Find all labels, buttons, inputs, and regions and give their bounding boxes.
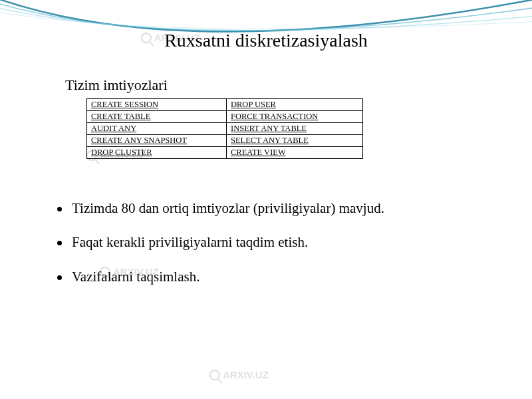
privilege-cell: AUDIT ANY	[87, 123, 227, 135]
privilege-cell: CREATE TABLE	[87, 111, 227, 123]
privilege-cell: CREATE ANY SNAPSHOT	[87, 135, 227, 147]
privilege-cell: CREATE VIEW	[227, 147, 363, 159]
table-row: CREATE TABLE FORCE TRANSACTION	[87, 111, 363, 123]
privilege-cell: DROP USER	[227, 99, 363, 111]
section-subtitle: Tizim imtiyozlari	[65, 76, 168, 94]
list-item: Vazifalarni taqsimlash.	[57, 268, 483, 286]
table-row: AUDIT ANY INSERT ANY TABLE	[87, 123, 363, 135]
privilege-cell: FORCE TRANSACTION	[227, 111, 363, 123]
privilege-cell: CREATE SESSION	[87, 99, 227, 111]
table-row: DROP CLUSTER CREATE VIEW	[87, 147, 363, 159]
privilege-cell: INSERT ANY TABLE	[227, 123, 363, 135]
watermark: ARXIV.UZ	[209, 369, 269, 380]
privileges-table: CREATE SESSION DROP USER CREATE TABLE FO…	[86, 98, 363, 159]
list-item: Faqat kerakli priviligiyalarni taqdim et…	[57, 233, 483, 251]
table-row: CREATE SESSION DROP USER	[87, 99, 363, 111]
privilege-cell: DROP CLUSTER	[87, 147, 227, 159]
list-item: Tizimda 80 dan ortiq imtiyozlar (privili…	[57, 200, 483, 217]
magnifier-icon	[209, 370, 220, 380]
table-row: CREATE ANY SNAPSHOT SELECT ANY TABLE	[87, 135, 363, 147]
privilege-cell: SELECT ANY TABLE	[227, 135, 363, 147]
bullet-list: Tizimda 80 dan ortiq imtiyozlar (privili…	[57, 200, 483, 302]
slide-title: Ruxsatni diskretizasiyalash	[0, 30, 532, 51]
